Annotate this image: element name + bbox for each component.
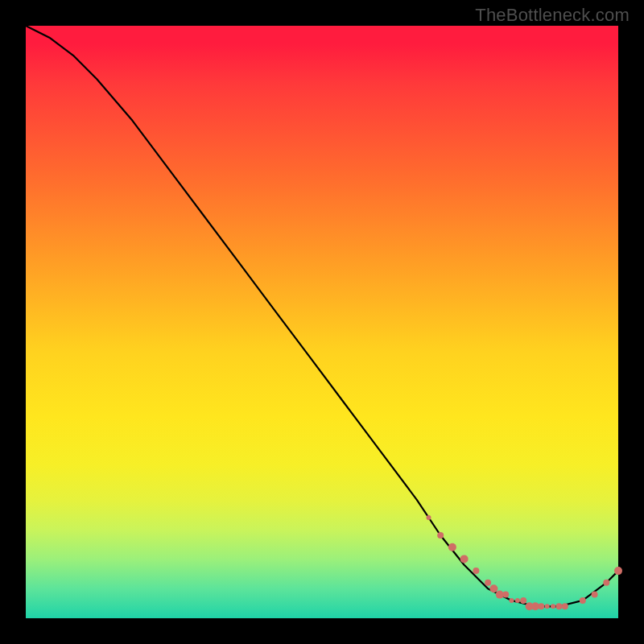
highlight-point [502,592,509,598]
highlight-point [562,603,568,609]
bottleneck-curve-line [26,26,618,606]
watermark-text: TheBottleneck.com [475,5,630,26]
highlight-point [460,555,469,563]
highlight-point [437,532,444,539]
highlight-point [603,580,609,586]
highlight-point [592,592,598,598]
highlight-point [614,567,622,575]
highlight-point [427,515,431,520]
highlight-point [580,597,586,604]
highlighted-points-group [427,515,623,610]
highlight-point [538,603,544,609]
highlight-point [555,603,562,609]
highlight-point [485,580,491,586]
highlight-point [489,584,497,592]
highlight-point [551,604,555,609]
highlight-point [510,598,514,603]
highlight-point [545,604,550,609]
chart-svg [26,26,618,618]
highlight-point [448,543,456,551]
highlight-point [473,568,479,574]
highlight-point [520,597,526,604]
chart-plot-area [26,26,618,618]
highlight-point [515,598,520,603]
